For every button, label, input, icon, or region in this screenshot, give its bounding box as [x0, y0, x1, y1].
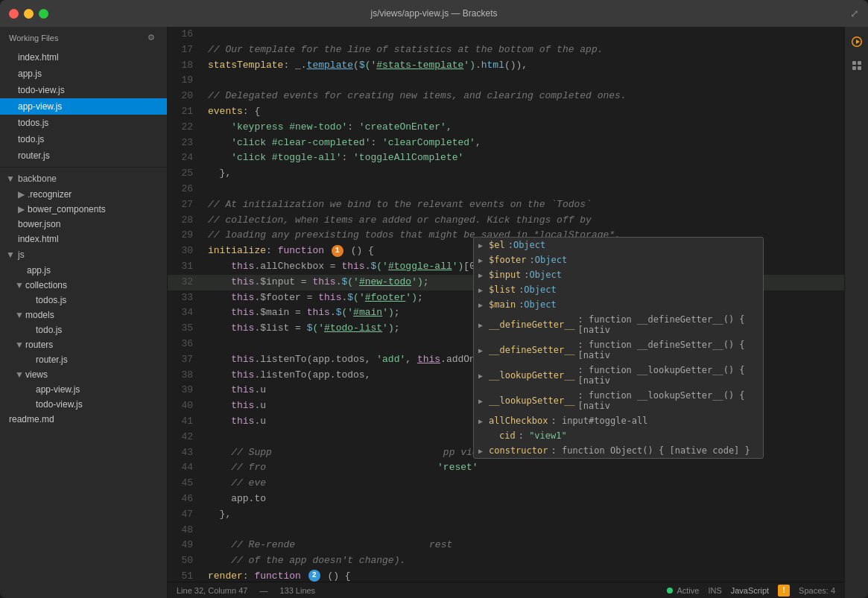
sidebar-item-todo-view-js-tree[interactable]: todo-view.js — [0, 397, 167, 412]
autocomplete-item-definegetter[interactable]: ▶ __defineGetter__ : function __defineGe… — [474, 312, 763, 337]
close-button[interactable] — [9, 9, 19, 19]
svg-rect-3 — [858, 66, 861, 70]
item-arrow-icon7: ▶ — [478, 346, 483, 354]
autocomplete-item-definesetter[interactable]: ▶ __defineSetter__ : function __defineSe… — [474, 337, 763, 363]
sidebar-item-app-js[interactable]: app.js — [0, 263, 167, 278]
statusbar-line-col: Line 32, Column 47 — [177, 586, 247, 595]
expand-icon[interactable]: ⤢ — [850, 7, 859, 20]
right-panel — [844, 27, 868, 598]
traffic-lights — [9, 9, 48, 19]
autocomplete-item-footer[interactable]: ▶ $footer : Object — [474, 252, 763, 267]
code-container[interactable]: 16 17 // Our template for the line of st… — [168, 27, 844, 582]
sidebar-section-collections[interactable]: ▼ collections — [0, 278, 167, 293]
sidebar-file-app-view-js[interactable]: app-view.js — [0, 98, 167, 115]
folder-arrow-icon: ▶ — [18, 189, 25, 200]
sidebar-item-todos-js-tree[interactable]: todos.js — [0, 293, 167, 308]
sidebar-tree-js[interactable]: ▼ js — [0, 246, 167, 263]
window-title: js/views/app-view.js — Brackets — [370, 8, 497, 19]
code-line-19: 19 — [168, 73, 844, 89]
routers-arrow-icon: ▼ — [15, 340, 25, 350]
code-line-47: 47 }, — [168, 507, 844, 523]
statusbar-separator: — — [259, 586, 267, 595]
sidebar-tree-backbone[interactable]: ▼ backbone — [0, 171, 167, 187]
autocomplete-item-list[interactable]: ▶ $list : Object — [474, 282, 763, 297]
item-arrow-icon9: ▶ — [478, 397, 483, 405]
editor-area: 16 17 // Our template for the line of st… — [168, 27, 844, 598]
sidebar-item-todo-js-tree[interactable]: todo.js — [0, 322, 167, 337]
code-line-27: 27 // At initialization we bind to the r… — [168, 197, 844, 213]
autocomplete-item-el[interactable]: ▶ $el : Object — [474, 238, 763, 252]
code-line-24: 24 'click #toggle-all': 'toggleAllComple… — [168, 150, 844, 166]
autocomplete-item-main[interactable]: ▶ $main : Object — [474, 297, 763, 312]
sidebar-file-todo-view-js[interactable]: todo-view.js — [0, 82, 167, 98]
item-arrow-icon4: ▶ — [478, 286, 483, 294]
sidebar-section-views[interactable]: ▼ views — [0, 367, 167, 382]
autocomplete-item-lookupsetter[interactable]: ▶ __lookupSetter__ : function __lookupSe… — [474, 388, 763, 413]
code-line-44: 44 // fro'reset' — [168, 460, 844, 476]
svg-rect-1 — [858, 61, 861, 65]
js-label: js — [18, 249, 25, 260]
autocomplete-item-allcheckbox[interactable]: ▶ allCheckbox : input#toggle-all — [474, 413, 763, 428]
item-arrow-icon: ▶ — [478, 241, 483, 249]
sidebar-item-index-html[interactable]: index.html — [0, 232, 167, 246]
item-arrow-icon10: ▶ — [478, 417, 483, 425]
sidebar-file-index-html[interactable]: index.html — [0, 49, 167, 66]
sidebar-file-todos-js[interactable]: todos.js — [0, 115, 167, 131]
views-arrow-icon: ▼ — [15, 369, 25, 380]
sidebar-section-models[interactable]: ▼ models — [0, 308, 167, 322]
svg-rect-0 — [852, 61, 856, 65]
code-line-20: 20 // Delegated events for creating new … — [168, 89, 844, 104]
minimize-button[interactable] — [24, 9, 34, 19]
sidebar-item-app-view-js-tree[interactable]: app-view.js — [0, 382, 167, 397]
spaces-label[interactable]: Spaces: 4 — [799, 586, 835, 595]
working-files-label: Working Files — [9, 34, 58, 42]
autocomplete-popup[interactable]: ▶ $el : Object ▶ $footer : Object ▶ $inp… — [473, 237, 764, 459]
backbone-arrow-icon: ▼ — [6, 174, 15, 184]
sidebar-item-bower-components[interactable]: ▶bower_components — [0, 202, 167, 217]
sidebar-file-router-js[interactable]: router.js — [0, 147, 167, 164]
window-icons: ⤢ — [850, 7, 859, 20]
language-label[interactable]: JavaScript — [731, 586, 769, 595]
folder-arrow-icon2: ▶ — [18, 204, 25, 214]
code-line-46: 46 app.to — [168, 492, 844, 507]
main-layout: Working Files ⚙ index.html app.js todo-v… — [0, 27, 868, 598]
sidebar-item-bower-json[interactable]: bower.json — [0, 217, 167, 232]
autocomplete-item-constructor[interactable]: ▶ constructor : function Object() { [nat… — [474, 443, 763, 458]
sidebar: Working Files ⚙ index.html app.js todo-v… — [0, 27, 168, 598]
sidebar-section-routers[interactable]: ▼ routers — [0, 337, 167, 352]
live-preview-icon[interactable] — [848, 33, 866, 51]
autocomplete-item-cid[interactable]: cid : "view1" — [474, 428, 763, 443]
statusbar-lines: 133 Lines — [279, 586, 315, 595]
warning-icon[interactable]: ! — [778, 585, 790, 597]
active-label: Active — [677, 586, 699, 595]
item-arrow-icon8: ▶ — [478, 372, 483, 380]
code-line-26: 26 — [168, 182, 844, 197]
item-arrow-icon6: ▶ — [478, 321, 483, 329]
code-line-49: 49 // Re-renderest — [168, 538, 844, 553]
active-dot-icon — [667, 588, 673, 594]
code-line-51: 51 render: function 2 () { — [168, 569, 844, 582]
code-line-16: 16 — [168, 27, 844, 42]
sidebar-item-router-js-tree[interactable]: router.js — [0, 352, 167, 367]
autocomplete-item-input[interactable]: ▶ $input : Object — [474, 267, 763, 282]
autocomplete-item-lookupgetter[interactable]: ▶ __lookupGetter__ : function __lookupGe… — [474, 363, 763, 388]
code-line-25: 25 }, — [168, 166, 844, 182]
sidebar-item-readme-md[interactable]: readme.md — [0, 412, 167, 427]
code-line-21: 21 events: { — [168, 104, 844, 120]
titlebar: js/views/app-view.js — Brackets ⤢ — [0, 0, 868, 27]
sidebar-file-todo-js[interactable]: todo.js — [0, 131, 167, 147]
settings-gear-icon[interactable]: ⚙ — [148, 33, 158, 43]
working-files-header: Working Files ⚙ — [0, 27, 167, 49]
ins-label: INS — [708, 586, 721, 595]
code-line-22: 22 'keypress #new-todo': 'createOnEnter'… — [168, 120, 844, 136]
item-arrow-icon11: ▶ — [478, 447, 483, 455]
item-arrow-icon3: ▶ — [478, 271, 483, 279]
extension-icon[interactable] — [848, 57, 866, 74]
code-line-18: 18 statsTemplate: _.template($('#stats-t… — [168, 58, 844, 74]
statusbar-right: Active INS JavaScript ! Spaces: 4 — [667, 585, 835, 597]
sidebar-file-app-js[interactable]: app.js — [0, 66, 167, 82]
js-arrow-icon: ▼ — [6, 249, 15, 260]
maximize-button[interactable] — [39, 9, 48, 19]
sidebar-item-recognizer[interactable]: ▶.recognizer — [0, 187, 167, 202]
app-window: js/views/app-view.js — Brackets ⤢ Workin… — [0, 0, 868, 598]
